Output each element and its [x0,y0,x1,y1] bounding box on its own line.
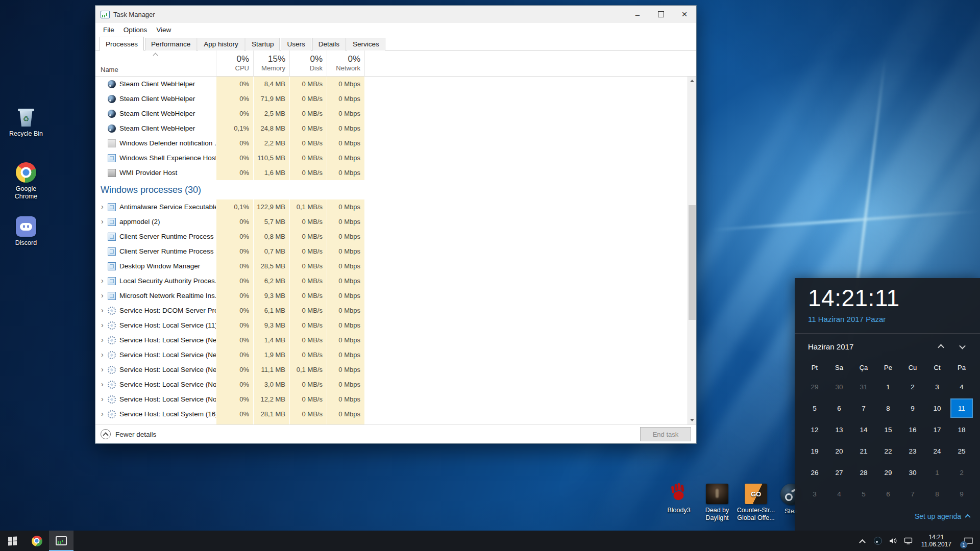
process-row[interactable]: Steam Client WebHelper0%71,9 MB0 MB/s0 M… [95,91,688,106]
expand-chevron-icon[interactable] [99,288,108,303]
calendar-day[interactable]: 24 [925,440,949,462]
process-row[interactable]: Windows Shell Experience Host0%110,5 MB0… [95,151,688,165]
calendar-day[interactable]: 6 [876,483,900,505]
process-row[interactable]: Antimalware Service Executable0,1%122,9 … [95,199,688,214]
calendar-day[interactable]: 25 [949,440,974,462]
expand-chevron-icon[interactable] [99,214,108,229]
expand-chevron-icon[interactable] [99,362,108,377]
calendar-day[interactable]: 3 [802,483,827,505]
taskbar-chrome-button[interactable] [24,531,49,551]
agenda-link[interactable]: Set up agenda [915,509,970,524]
process-row[interactable]: Windows Defender notification ...0%2,2 M… [95,136,688,151]
process-row[interactable]: Steam Client WebHelper0%2,5 MB0 MB/s0 Mb… [95,106,688,121]
calendar-next-month-button[interactable] [951,339,973,354]
start-button[interactable] [0,531,24,551]
process-row[interactable]: Steam Client WebHelper0,1%24,8 MB0 MB/s0… [95,121,688,136]
calendar-day[interactable]: 7 [900,483,925,505]
tray-network-button[interactable] [901,531,916,551]
flyout-date[interactable]: 11 Haziran 2017 Pazar [808,315,886,323]
process-row[interactable]: Service Host: Local Service (Net...0%1,4… [95,333,688,347]
column-disk-header[interactable]: 0% Disk [289,51,327,76]
calendar-day[interactable]: 10 [925,397,949,419]
expand-chevron-icon[interactable] [99,333,108,347]
calendar-day[interactable]: 1 [925,462,949,483]
calendar-day[interactable]: 4 [827,483,851,505]
calendar-day[interactable]: 23 [900,440,925,462]
scrollbar-thumb[interactable] [689,205,696,320]
tab-startup[interactable]: Startup [246,38,280,51]
process-row[interactable]: WMI Provider Host0%1,6 MB0 MB/s0 Mbps [95,165,688,180]
expand-chevron-icon[interactable] [99,199,108,214]
calendar-day[interactable]: 2 [900,376,925,397]
process-row[interactable]: appmodel (2)0%5,7 MB0 MB/s0 Mbps [95,214,688,229]
calendar-day[interactable]: 30 [827,376,851,397]
tab-performance[interactable]: Performance [145,38,197,51]
calendar-day[interactable]: 14 [851,419,876,440]
menu-options[interactable]: Options [119,24,152,35]
calendar-prev-month-button[interactable] [930,339,951,354]
process-row[interactable]: Steam Client WebHelper0%8,4 MB0 MB/s0 Mb… [95,77,688,91]
process-row[interactable]: Client Server Runtime Process0%0,7 MB0 M… [95,244,688,259]
process-group-header-row[interactable]: Windows processes (30) [95,180,688,199]
menu-file[interactable]: File [99,24,119,35]
process-row[interactable]: Service Host: Local System (Net...0%4,2 … [95,421,688,424]
calendar-day[interactable]: 13 [827,419,851,440]
process-row[interactable]: Service Host: Local System (16)0%28,1 MB… [95,407,688,421]
column-network-header[interactable]: 0% Network [327,51,364,76]
tray-volume-button[interactable] [886,531,901,551]
process-row[interactable]: Local Security Authority Proces...0%6,2 … [95,273,688,288]
calendar-day[interactable]: 26 [802,462,827,483]
column-memory-header[interactable]: 15% Memory [253,51,289,76]
expand-chevron-icon[interactable] [99,303,108,318]
taskbar-task-manager-button[interactable] [49,531,74,551]
process-row[interactable]: Desktop Window Manager0%28,5 MB0 MB/s0 M… [95,259,688,273]
vertical-scrollbar[interactable] [688,77,696,424]
calendar-day[interactable]: 20 [827,440,851,462]
expand-chevron-icon[interactable] [99,347,108,362]
tab-users[interactable]: Users [281,38,311,51]
process-row[interactable]: Service Host: Local Service (No ...0%12,… [95,392,688,407]
calendar-day[interactable]: 22 [876,440,900,462]
desktop-icon-google-chrome[interactable]: Google Chrome [4,162,48,201]
calendar-day[interactable]: 8 [925,483,949,505]
scroll-down-arrow[interactable] [688,416,696,424]
desktop-icon-discord[interactable]: Discord [4,216,48,247]
calendar-day[interactable]: 9 [949,483,974,505]
calendar-day[interactable]: 16 [900,419,925,440]
calendar-day[interactable]: 31 [851,376,876,397]
calendar-day[interactable]: 2 [949,462,974,483]
tab-app-history[interactable]: App history [198,38,244,51]
expand-chevron-icon[interactable] [99,273,108,288]
calendar-day[interactable]: 5 [851,483,876,505]
expand-chevron-icon[interactable] [99,318,108,333]
calendar-day[interactable]: 27 [827,462,851,483]
tab-details[interactable]: Details [312,38,346,51]
desktop-icon-bloody3[interactable]: Bloody3 [657,484,701,514]
window-titlebar[interactable]: Task Manager [95,6,696,23]
expand-chevron-icon[interactable] [99,407,108,421]
fewer-details-toggle[interactable]: Fewer details [101,429,156,439]
minimize-button[interactable] [626,6,649,23]
process-row[interactable]: Service Host: Local Service (No I...0%3,… [95,377,688,392]
maximize-button[interactable] [649,6,673,23]
end-task-button[interactable]: End task [640,427,691,441]
process-row[interactable]: Client Server Runtime Process0%0,8 MB0 M… [95,229,688,244]
tray-expand-button[interactable] [855,531,870,551]
expand-chevron-icon[interactable] [99,392,108,407]
process-row[interactable]: Microsoft Network Realtime Ins...0%9,3 M… [95,288,688,303]
tab-services[interactable]: Services [347,38,385,51]
menu-view[interactable]: View [152,24,176,35]
calendar-day[interactable]: 29 [876,462,900,483]
process-row[interactable]: Service Host: Local Service (11)0%9,3 MB… [95,318,688,333]
calendar-day[interactable]: 1 [876,376,900,397]
calendar-day[interactable]: 17 [925,419,949,440]
calendar-day[interactable]: 8 [876,397,900,419]
calendar-day[interactable]: 3 [925,376,949,397]
calendar-day[interactable]: 5 [802,397,827,419]
calendar-day[interactable]: 4 [949,376,974,397]
calendar-day[interactable]: 7 [851,397,876,419]
action-center-button[interactable]: 1 [957,531,980,551]
column-name-header[interactable]: Name [95,51,216,76]
desktop-icon-recycle-bin[interactable]: Recycle Bin [4,107,48,138]
calendar-day[interactable]: 30 [900,462,925,483]
